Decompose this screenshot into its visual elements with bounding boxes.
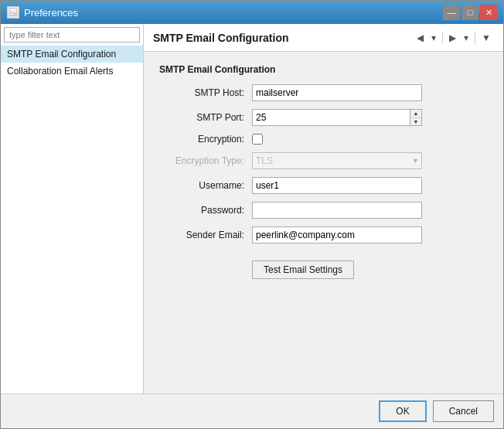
sidebar-items: SMTP Email Configuration Collaboration E… xyxy=(1,46,143,393)
window-title: Preferences xyxy=(24,7,78,19)
minimize-button[interactable]: — xyxy=(443,5,460,20)
close-button[interactable]: ✕ xyxy=(480,5,497,20)
window-body: SMTP Email Configuration Collaboration E… xyxy=(1,24,503,428)
password-input[interactable] xyxy=(252,202,422,219)
smtp-host-input[interactable] xyxy=(252,84,422,101)
nav-menu-dropdown[interactable]: ▼ xyxy=(478,31,494,45)
encryption-type-row: Encryption Type: TLS SSL ▼ xyxy=(159,152,488,169)
nav-forward-button[interactable]: ▶ xyxy=(446,31,459,45)
window-controls: — □ ✕ xyxy=(443,5,497,20)
smtp-port-wrapper: ▲ ▼ xyxy=(252,109,422,126)
main-content: SMTP Email Configuration Collaboration E… xyxy=(1,24,503,393)
nav-forward-dropdown[interactable]: ▾ xyxy=(461,31,472,45)
username-label: Username: xyxy=(159,180,252,191)
port-decrement-button[interactable]: ▼ xyxy=(410,118,421,126)
svg-rect-2 xyxy=(10,12,16,12)
username-input[interactable] xyxy=(252,177,422,194)
nav-buttons: ◀ ▾ ▶ ▾ ▼ xyxy=(414,31,494,45)
content-area: SMTP Email Configuration ◀ ▾ ▶ ▾ ▼ SMTP … xyxy=(144,24,503,393)
port-spinners: ▲ ▼ xyxy=(410,109,422,126)
encryption-checkbox[interactable] xyxy=(252,134,263,145)
prefs-icon xyxy=(7,6,19,19)
encryption-type-wrapper: TLS SSL ▼ xyxy=(252,152,422,169)
encryption-checkbox-wrapper xyxy=(252,134,263,145)
encryption-type-select[interactable]: TLS SSL xyxy=(252,152,422,169)
content-title: SMTP Email Configuration xyxy=(153,32,289,44)
encryption-label: Encryption: xyxy=(159,134,252,145)
maximize-button[interactable]: □ xyxy=(461,5,478,20)
footer: OK Cancel xyxy=(1,393,503,428)
form-container: SMTP Email Configuration SMTP Host: SMTP… xyxy=(144,52,503,393)
ok-button[interactable]: OK xyxy=(379,400,426,422)
test-email-button[interactable]: Test Email Settings xyxy=(252,260,354,279)
nav-back-dropdown[interactable]: ▾ xyxy=(428,31,439,45)
smtp-port-label: SMTP Port: xyxy=(159,112,252,123)
encryption-row: Encryption: xyxy=(159,134,488,145)
form-section-title: SMTP Email Configuration xyxy=(159,64,488,75)
test-button-row: Test Email Settings xyxy=(159,251,488,279)
encryption-type-label: Encryption Type: xyxy=(159,155,252,166)
smtp-port-input[interactable] xyxy=(252,109,410,126)
sidebar-item-collab[interactable]: Collaboration Email Alerts xyxy=(1,63,143,80)
smtp-host-label: SMTP Host: xyxy=(159,87,252,98)
sender-email-row: Sender Email: xyxy=(159,226,488,243)
sidebar-item-smtp[interactable]: SMTP Email Configuration xyxy=(1,46,143,63)
username-row: Username: xyxy=(159,177,488,194)
content-header: SMTP Email Configuration ◀ ▾ ▶ ▾ ▼ xyxy=(144,24,503,52)
sender-email-input[interactable] xyxy=(252,226,422,243)
cancel-button[interactable]: Cancel xyxy=(433,400,494,422)
title-bar-left: Preferences xyxy=(7,6,78,19)
smtp-host-row: SMTP Host: xyxy=(159,84,488,101)
nav-separator xyxy=(442,32,443,44)
nav-separator2 xyxy=(475,32,475,44)
password-row: Password: xyxy=(159,202,488,219)
nav-back-button[interactable]: ◀ xyxy=(414,31,427,45)
sidebar: SMTP Email Configuration Collaboration E… xyxy=(1,24,144,393)
title-bar: Preferences — □ ✕ xyxy=(1,1,503,24)
sidebar-filter-input[interactable] xyxy=(4,27,140,43)
smtp-port-row: SMTP Port: ▲ ▼ xyxy=(159,109,488,126)
preferences-window: Preferences — □ ✕ SMTP Email Configurati… xyxy=(0,0,504,429)
svg-rect-3 xyxy=(10,14,14,15)
port-increment-button[interactable]: ▲ xyxy=(410,110,421,118)
sender-email-label: Sender Email: xyxy=(159,230,252,240)
svg-rect-1 xyxy=(10,9,16,11)
password-label: Password: xyxy=(159,205,252,216)
